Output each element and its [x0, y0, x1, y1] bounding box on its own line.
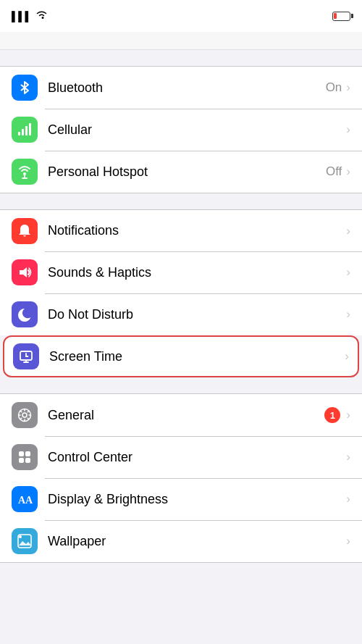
svg-rect-1 — [22, 129, 24, 135]
hotspot-value: Off — [326, 164, 342, 179]
sounds-label: Sounds & Haptics — [48, 265, 346, 280]
status-bar: ▌▌▌ — [0, 0, 362, 32]
settings-row-sounds[interactable]: Sounds & Haptics› — [0, 251, 362, 293]
screentime-chevron-icon: › — [345, 349, 349, 364]
sounds-icon — [12, 259, 38, 285]
bluetooth-label: Bluetooth — [48, 80, 326, 96]
cellular-label: Cellular — [48, 122, 346, 138]
svg-rect-25 — [19, 458, 24, 463]
notifications-icon — [12, 218, 38, 244]
settings-row-wallpaper[interactable]: Wallpaper› — [0, 520, 362, 562]
status-signal: ▌▌▌ — [12, 10, 48, 22]
dnd-chevron-icon: › — [346, 307, 350, 322]
hotspot-icon — [12, 159, 38, 185]
settings-row-notifications[interactable]: Notifications› — [0, 209, 362, 251]
settings-row-control[interactable]: Control Center› — [0, 436, 362, 478]
wallpaper-icon — [12, 528, 38, 554]
screentime-label: Screen Time — [49, 349, 345, 364]
svg-point-28 — [19, 535, 22, 538]
dnd-label: Do Not Disturb — [48, 307, 346, 322]
svg-rect-24 — [25, 451, 30, 456]
sounds-chevron-icon: › — [346, 265, 350, 280]
svg-rect-3 — [29, 123, 31, 135]
notifications-label: Notifications — [48, 223, 346, 238]
svg-line-19 — [20, 411, 22, 412]
display-chevron-icon: › — [346, 492, 350, 506]
wallpaper-chevron-icon: › — [346, 534, 350, 548]
screentime-icon — [13, 343, 39, 369]
settings-row-dnd[interactable]: Do Not Disturb› — [0, 293, 362, 335]
settings-group-group-notifications: Notifications› Sounds & Haptics› Do Not … — [0, 209, 362, 377]
signal-bars-icon: ▌▌▌ — [12, 11, 32, 22]
bluetooth-value: On — [326, 80, 342, 95]
cellular-icon — [12, 117, 38, 143]
display-label: Display & Brightness — [48, 492, 346, 507]
battery-fill — [334, 13, 337, 19]
control-icon — [12, 444, 38, 470]
notifications-chevron-icon: › — [346, 224, 350, 238]
settings-group-group-connectivity: BluetoothOn› Cellular› Personal HotspotO… — [0, 66, 362, 193]
settings-content: BluetoothOn› Cellular› Personal HotspotO… — [0, 66, 362, 563]
wallpaper-label: Wallpaper — [48, 534, 346, 549]
svg-point-14 — [22, 413, 27, 417]
bluetooth-chevron-icon: › — [346, 80, 350, 95]
dnd-icon — [12, 301, 38, 327]
svg-line-21 — [28, 411, 29, 412]
battery-icon — [332, 12, 350, 21]
control-chevron-icon: › — [346, 450, 350, 464]
cellular-chevron-icon: › — [346, 122, 350, 137]
settings-group-group-system: General1› Control Center› AA Display & B… — [0, 393, 362, 563]
settings-row-hotspot[interactable]: Personal HotspotOff› — [0, 151, 362, 193]
settings-row-general[interactable]: General1› — [0, 394, 362, 436]
control-label: Control Center — [48, 450, 346, 465]
wifi-icon — [35, 10, 48, 22]
svg-rect-0 — [18, 132, 20, 135]
svg-rect-26 — [25, 458, 30, 463]
general-label: General — [48, 408, 324, 423]
general-badge: 1 — [324, 407, 340, 423]
svg-rect-2 — [25, 126, 28, 135]
bluetooth-icon — [12, 75, 38, 101]
svg-line-22 — [20, 418, 22, 419]
settings-row-bluetooth[interactable]: BluetoothOn› — [0, 67, 362, 109]
svg-rect-23 — [19, 451, 24, 456]
general-icon — [12, 402, 38, 428]
status-battery-area — [324, 12, 350, 21]
svg-text:AA: AA — [18, 495, 33, 506]
settings-row-display[interactable]: AA Display & Brightness› — [0, 478, 362, 520]
svg-line-20 — [28, 418, 29, 419]
settings-row-cellular[interactable]: Cellular› — [0, 109, 362, 151]
display-icon: AA — [12, 486, 38, 512]
hotspot-label: Personal Hotspot — [48, 164, 326, 180]
nav-bar — [0, 32, 362, 50]
general-chevron-icon: › — [346, 408, 350, 422]
hotspot-chevron-icon: › — [346, 164, 350, 179]
settings-row-screentime[interactable]: Screen Time› — [3, 335, 359, 377]
svg-marker-7 — [20, 267, 27, 277]
